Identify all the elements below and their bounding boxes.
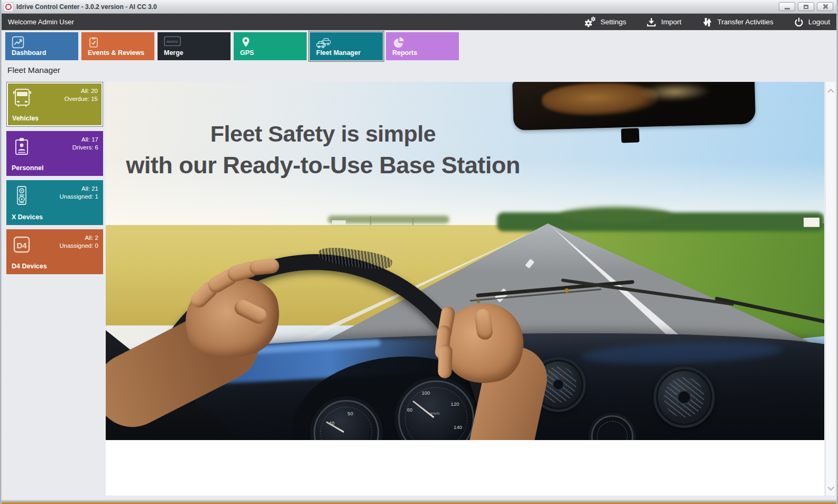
x-devices-stats: All: 21 Unassigned: 1 xyxy=(59,185,98,201)
vehicles-stats: All: 20 Overdue: 15 xyxy=(65,87,98,103)
d4-devices-stats: All: 2 Unassigned: 0 xyxy=(59,234,98,250)
maximize-icon xyxy=(804,5,808,9)
stat-all: All: 17 xyxy=(72,136,98,144)
tab-label: Reports xyxy=(392,49,417,57)
rearview-mirror xyxy=(512,82,756,130)
settings-label: Settings xyxy=(601,18,627,26)
logout-label: Logout xyxy=(808,18,830,26)
hero-headline: Fleet Safety is simple with our Ready-to… xyxy=(122,121,524,179)
hero-banner: Fleet Safety is simple with our Ready-to… xyxy=(106,82,824,440)
chevron-up-icon xyxy=(827,88,834,95)
card-title: X Devices xyxy=(12,213,43,221)
headline-line-1: Fleet Safety is simple xyxy=(122,121,524,147)
tab-label: Merge xyxy=(164,49,183,57)
clipboard-check-icon xyxy=(88,36,102,49)
stat-all: All: 2 xyxy=(59,234,98,242)
bottom-strip xyxy=(0,496,838,500)
x-devices-card[interactable]: All: 21 Unassigned: 1 X Devices xyxy=(6,180,103,225)
pie-chart-icon xyxy=(392,36,406,49)
building-right xyxy=(804,218,819,227)
dashcam-device-icon xyxy=(11,185,32,206)
tab-label: GPS xyxy=(240,49,254,57)
stat-all: All: 21 xyxy=(59,185,98,193)
vehicles-card[interactable]: All: 20 Overdue: 15 Vehicles xyxy=(6,82,103,127)
window-controls xyxy=(779,2,833,11)
app-logo-icon xyxy=(4,3,13,11)
building-left xyxy=(332,220,346,225)
tab-label: Fleet Manager xyxy=(316,49,361,57)
wiper-joint xyxy=(477,300,480,303)
main-panel: Fleet Safety is simple with our Ready-to… xyxy=(106,82,824,496)
tab-reports[interactable]: Reports xyxy=(386,32,459,60)
finger xyxy=(438,344,453,379)
app-window: Idrive Control Center - 3.0.2 version - … xyxy=(0,0,838,504)
tab-label: Dashboard xyxy=(12,49,46,57)
tab-merge[interactable]: MERGE Merge xyxy=(158,32,231,60)
minimize-icon xyxy=(785,8,790,10)
maximize-button[interactable] xyxy=(798,2,814,11)
stat-unassigned: Unassigned: 1 xyxy=(59,193,98,201)
minimize-button[interactable] xyxy=(779,2,795,11)
mirror-reflection xyxy=(638,82,711,102)
tree-clump xyxy=(560,207,671,223)
close-icon xyxy=(822,4,828,10)
transfer-activities-label: Transfer Activities xyxy=(717,18,773,26)
close-button[interactable] xyxy=(817,2,833,11)
svg-text:D4: D4 xyxy=(16,241,27,250)
stat-all: All: 20 xyxy=(65,87,98,95)
svg-text:MERGE: MERGE xyxy=(167,40,179,43)
tab-dashboard[interactable]: Dashboard xyxy=(5,32,78,60)
import-button[interactable]: Import xyxy=(646,17,681,27)
power-icon xyxy=(794,17,804,27)
card-title: Personnel xyxy=(12,164,43,172)
tree-line-left xyxy=(328,216,449,223)
utility-pole xyxy=(370,216,371,225)
transfer-arrows-icon xyxy=(702,17,713,27)
settings-button[interactable]: Settings xyxy=(584,16,627,28)
tab-gps[interactable]: GPS xyxy=(234,32,307,60)
headline-line-2: with our Ready-to-Use Base Station xyxy=(122,152,524,179)
stat-unassigned: Unassigned: 0 xyxy=(59,242,98,250)
titlebar[interactable]: Idrive Control Center - 3.0.2 version - … xyxy=(0,0,838,14)
toolbar-actions: Settings Import Transfer Activities Logo… xyxy=(584,16,830,28)
tab-label: Events & Reviews xyxy=(88,49,144,57)
utility-pole xyxy=(412,218,413,225)
window-title: Idrive Control Center - 3.0.2 version - … xyxy=(16,3,157,11)
map-pin-icon xyxy=(240,36,254,49)
fleet-cars-icon xyxy=(316,36,330,49)
gears-icon xyxy=(584,16,596,28)
import-label: Import xyxy=(661,18,681,26)
page-title: Fleet Manager xyxy=(7,66,60,75)
scroll-down-button[interactable] xyxy=(826,481,835,493)
mirror-mount xyxy=(621,128,640,143)
tab-bar: Dashboard Events & Reviews MERGE Merge G… xyxy=(5,32,459,60)
welcome-text: Welcome Admin User xyxy=(8,18,74,26)
chevron-down-icon xyxy=(827,484,834,491)
personnel-card[interactable]: All: 17 Drivers: 6 Personnel xyxy=(6,131,103,176)
vertical-scrollbar[interactable] xyxy=(825,82,835,496)
logout-button[interactable]: Logout xyxy=(794,17,830,27)
window-left-border xyxy=(0,0,2,504)
stat-overdue: Overdue: 15 xyxy=(65,95,98,103)
d4-devices-card[interactable]: D4 All: 2 Unassigned: 0 D4 Devices xyxy=(6,229,103,274)
bus-icon xyxy=(12,87,33,108)
merge-icon: MERGE xyxy=(164,36,178,49)
personnel-stats: All: 17 Drivers: 6 xyxy=(72,136,98,152)
mirror-reflection xyxy=(541,82,658,117)
air-vent xyxy=(653,367,715,428)
d4-device-icon: D4 xyxy=(11,234,32,255)
download-icon xyxy=(646,17,657,27)
line-chart-icon xyxy=(12,36,25,49)
toolbar: Welcome Admin User Settings Import Trans… xyxy=(0,14,838,30)
tab-events-reviews[interactable]: Events & Reviews xyxy=(81,32,154,60)
scroll-up-button[interactable] xyxy=(826,84,835,97)
id-badge-icon xyxy=(11,136,32,157)
card-title: Vehicles xyxy=(12,115,39,122)
tab-fleet-manager[interactable]: Fleet Manager xyxy=(310,32,383,60)
transfer-activities-button[interactable]: Transfer Activities xyxy=(702,17,773,27)
card-title: D4 Devices xyxy=(12,263,47,270)
stat-drivers: Drivers: 6 xyxy=(72,144,98,152)
